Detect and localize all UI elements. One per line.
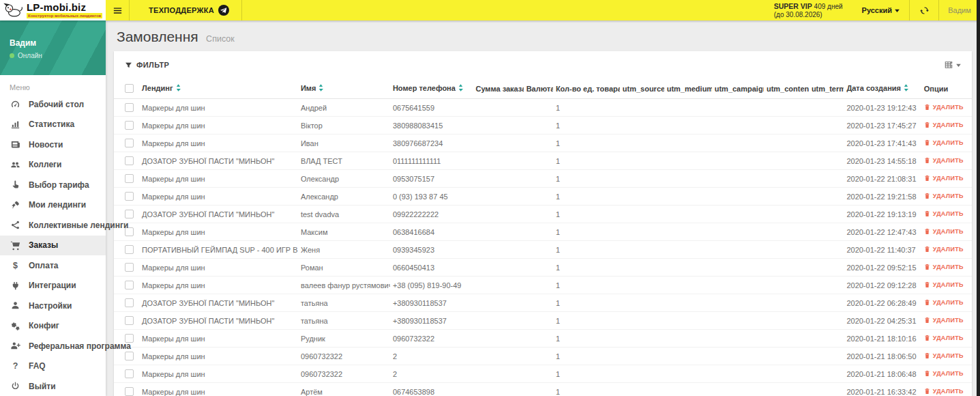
- cell-utm_medium: [664, 277, 712, 294]
- select-all-checkbox[interactable]: [125, 84, 134, 93]
- delete-button[interactable]: УДАЛИТЬ: [924, 317, 964, 324]
- row-checkbox[interactable]: [125, 387, 134, 396]
- row-checkbox[interactable]: [125, 121, 134, 130]
- table-row: Маркеры для шинАлександр0 (93) 193 87 45…: [114, 188, 972, 206]
- column-header-created[interactable]: Дата создания: [844, 79, 921, 99]
- language-dropdown[interactable]: Русский: [852, 6, 909, 14]
- delete-button[interactable]: УДАЛИТЬ: [924, 388, 964, 395]
- cell-name: Роман: [298, 259, 390, 277]
- dashboard-icon: [10, 99, 21, 110]
- column-label: Номер телефона: [393, 84, 456, 92]
- sidebar-item-referral[interactable]: Реферальная программа: [0, 336, 106, 356]
- trash-icon: [924, 388, 930, 395]
- sidebar-item-config[interactable]: Конфиг: [0, 316, 106, 337]
- refresh-button[interactable]: [910, 0, 938, 20]
- scrollbar[interactable]: [977, 0, 980, 396]
- cell-utm_medium: [664, 99, 712, 117]
- cell-utm_campaign: [712, 330, 764, 348]
- delete-button[interactable]: УДАЛИТЬ: [924, 228, 964, 235]
- delete-button[interactable]: УДАЛИТЬ: [924, 352, 964, 359]
- cell-name: 0960732322: [298, 348, 390, 365]
- delete-button[interactable]: УДАЛИТЬ: [924, 139, 964, 146]
- row-checkbox[interactable]: [125, 369, 134, 378]
- delete-button[interactable]: УДАЛИТЬ: [924, 104, 964, 111]
- row-checkbox[interactable]: [125, 192, 134, 201]
- cell-utm_source: [620, 99, 664, 117]
- column-settings-button[interactable]: [944, 60, 961, 70]
- cell-created: 2020-01-22 04:25:31: [844, 312, 921, 330]
- sidebar-item-integrations[interactable]: Интеграции: [0, 276, 106, 296]
- row-select-cell: [114, 152, 139, 170]
- delete-button[interactable]: УДАЛИТЬ: [924, 264, 964, 270]
- row-checkbox[interactable]: [125, 352, 134, 360]
- cell-currency: [524, 206, 553, 223]
- row-checkbox[interactable]: [125, 281, 134, 289]
- trash-icon: [924, 281, 930, 288]
- cell-currency: [524, 259, 553, 277]
- cell-created: 2020-01-23 17:41:43: [844, 135, 921, 152]
- delete-label: УДАЛИТЬ: [933, 388, 964, 395]
- filter-button[interactable]: ФИЛЬТР: [125, 61, 169, 69]
- cell-currency: [524, 170, 553, 188]
- logo[interactable]: LP-mobi.biz Конструктор мобильных лендин…: [0, 0, 106, 20]
- column-header-name[interactable]: Имя: [298, 79, 390, 99]
- cell-created: 2020-01-21 18:10:16: [844, 330, 921, 348]
- row-checkbox[interactable]: [125, 139, 134, 147]
- sidebar-item-payment[interactable]: $Оплата: [0, 255, 106, 276]
- cell-qty: 1: [553, 152, 620, 170]
- sidebar-item-orders[interactable]: Заказы: [0, 236, 106, 256]
- cell-phone: 0953075157: [390, 170, 473, 188]
- delete-button[interactable]: УДАЛИТЬ: [924, 335, 964, 341]
- row-checkbox[interactable]: [125, 103, 134, 112]
- row-checkbox[interactable]: [125, 298, 134, 307]
- sidebar-item-tariff[interactable]: Выбор тарифа: [0, 175, 106, 195]
- delete-button[interactable]: УДАЛИТЬ: [924, 193, 964, 199]
- sidebar-item-colleagues[interactable]: Коллеги: [0, 155, 106, 175]
- delete-button[interactable]: УДАЛИТЬ: [924, 122, 964, 128]
- row-checkbox[interactable]: [125, 174, 134, 183]
- online-status-dot: [10, 53, 14, 58]
- delete-label: УДАЛИТЬ: [933, 193, 964, 199]
- delete-button[interactable]: УДАЛИТЬ: [924, 157, 964, 164]
- sidebar-item-label: Интеграции: [29, 281, 76, 290]
- sidebar-item-faq[interactable]: ?FAQ: [0, 356, 106, 377]
- cell-utm_campaign: [712, 383, 764, 396]
- sidebar-item-statistics[interactable]: Статистика: [0, 115, 106, 135]
- cell-sum: [473, 99, 523, 117]
- cell-phone: +380930118537: [390, 294, 473, 312]
- cell-created: 2020-01-22 19:13:19: [844, 206, 921, 223]
- cell-sum: [473, 135, 523, 152]
- row-checkbox[interactable]: [125, 245, 134, 254]
- column-header-landing[interactable]: Лендинг: [139, 79, 298, 99]
- delete-label: УДАЛИТЬ: [933, 264, 964, 270]
- delete-button[interactable]: УДАЛИТЬ: [924, 299, 964, 306]
- delete-button[interactable]: УДАЛИТЬ: [924, 281, 964, 288]
- chevron-down-icon: [895, 9, 900, 12]
- row-checkbox[interactable]: [125, 210, 134, 218]
- support-button[interactable]: ТЕХПОДДЕРЖКА: [130, 0, 241, 20]
- sidebar-item-dashboard[interactable]: Рабочий стол: [0, 94, 106, 115]
- column-header-phone[interactable]: Номер телефона: [390, 79, 473, 99]
- sidebar-item-news[interactable]: Новости: [0, 135, 106, 155]
- row-select-cell: [114, 259, 139, 277]
- table-row: Маркеры для шинИван38097668723412020-01-…: [114, 135, 972, 152]
- user-menu[interactable]: Вадим: [939, 0, 980, 20]
- row-checkbox[interactable]: [125, 263, 134, 272]
- delete-button[interactable]: УДАЛИТЬ: [924, 210, 964, 217]
- sidebar-item-logout[interactable]: Выйти: [0, 376, 106, 396]
- delete-button[interactable]: УДАЛИТЬ: [924, 175, 964, 182]
- cell-utm_medium: [664, 170, 712, 188]
- hamburger-menu-icon[interactable]: [106, 0, 129, 20]
- filter-label: ФИЛЬТР: [136, 61, 169, 69]
- row-select-cell: [114, 277, 139, 294]
- row-checkbox[interactable]: [125, 316, 134, 325]
- sidebar-item-collective-landings[interactable]: Коллективные лендинги: [0, 215, 106, 236]
- cell-utm_term: [809, 188, 844, 206]
- delete-button[interactable]: УДАЛИТЬ: [924, 370, 964, 377]
- row-checkbox[interactable]: [125, 156, 134, 165]
- user-name: Вадим: [948, 6, 971, 14]
- sidebar-item-settings[interactable]: Настройки: [0, 296, 106, 316]
- delete-button[interactable]: УДАЛИТЬ: [924, 246, 964, 253]
- sidebar-item-my-landings[interactable]: Мои лендинги: [0, 195, 106, 216]
- trash-icon: [924, 317, 930, 324]
